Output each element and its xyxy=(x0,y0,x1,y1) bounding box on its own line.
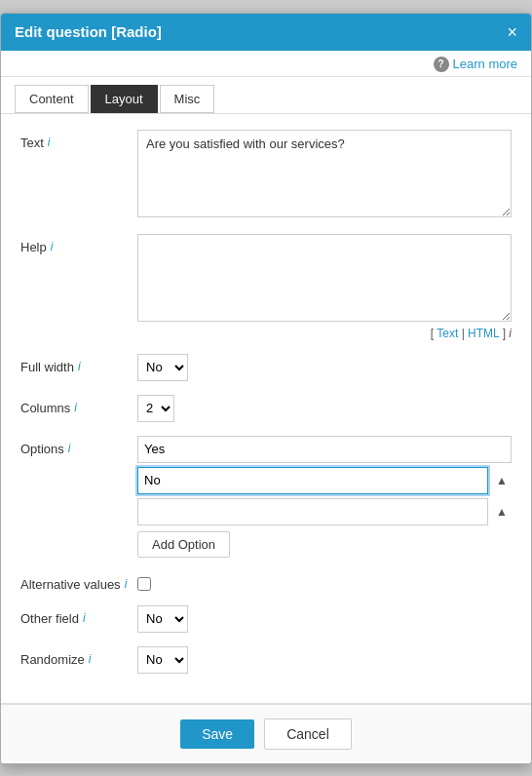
other-field-info-icon[interactable]: i xyxy=(83,611,86,625)
text-field-wrap: Are you satisfied with our services? xyxy=(137,130,512,220)
html-format-link[interactable]: HTML xyxy=(468,327,499,340)
options-list: ▲ ▲ xyxy=(137,436,512,525)
help-info-icon[interactable]: i xyxy=(51,240,54,253)
columns-info-icon[interactable]: i xyxy=(74,401,77,414)
randomize-label: Randomize i xyxy=(20,646,137,667)
tabs-bar: Content Layout Misc xyxy=(1,77,531,114)
modal-header: Edit question [Radio] × xyxy=(1,14,531,51)
cancel-button[interactable]: Cancel xyxy=(264,718,352,750)
alt-values-checkbox[interactable] xyxy=(137,577,151,591)
options-row: Options i ▲ ▲ Add Optio xyxy=(20,436,512,558)
learn-more-link[interactable]: ? Learn more xyxy=(434,57,517,72)
randomize-row: Randomize i No Yes xyxy=(20,646,512,674)
close-button[interactable]: × xyxy=(507,23,517,41)
option-input-1[interactable] xyxy=(137,436,512,463)
modal-subheader: ? Learn more xyxy=(1,51,531,77)
full-width-control: No Yes xyxy=(137,354,512,381)
options-label: Options i xyxy=(20,436,137,456)
columns-select[interactable]: 1 2 3 4 xyxy=(137,395,174,422)
option-input-3[interactable] xyxy=(137,498,488,525)
textarea-links: [ Text | HTML ] i xyxy=(137,327,512,340)
randomize-info-icon[interactable]: i xyxy=(89,652,92,666)
text-label: Text i xyxy=(20,130,137,150)
full-width-info-icon[interactable]: i xyxy=(78,360,81,373)
options-info-icon[interactable]: i xyxy=(68,442,71,455)
modal-title: Edit question [Radio] xyxy=(15,23,162,40)
tab-misc[interactable]: Misc xyxy=(160,85,215,113)
columns-row: Columns i 1 2 3 4 xyxy=(20,395,512,422)
format-info-icon[interactable]: i xyxy=(509,327,512,340)
option-row-3: ▲ xyxy=(137,498,512,525)
text-textarea[interactable]: Are you satisfied with our services? xyxy=(137,130,512,217)
learn-more-label: Learn more xyxy=(453,57,517,71)
option-arrow-3[interactable]: ▲ xyxy=(492,503,512,521)
text-format-link[interactable]: Text xyxy=(437,327,458,340)
save-button[interactable]: Save xyxy=(180,719,254,749)
help-textarea[interactable] xyxy=(137,234,512,322)
alt-values-info-icon[interactable]: i xyxy=(125,577,128,591)
option-input-2[interactable] xyxy=(137,467,488,494)
other-field-row: Other field i No Yes xyxy=(20,605,512,633)
tab-content[interactable]: Content xyxy=(15,85,89,113)
randomize-select[interactable]: No Yes xyxy=(137,646,188,674)
help-icon: ? xyxy=(434,57,449,72)
other-field-label: Other field i xyxy=(20,605,137,626)
text-row: Text i Are you satisfied with our servic… xyxy=(20,130,512,220)
option-row-1 xyxy=(137,436,512,463)
text-info-icon[interactable]: i xyxy=(48,136,51,149)
columns-control: 1 2 3 4 xyxy=(137,395,512,422)
modal-edit-question: Edit question [Radio] × ? Learn more Con… xyxy=(0,13,532,764)
modal-body: Text i Are you satisfied with our servic… xyxy=(1,114,531,703)
modal-footer: Save Cancel xyxy=(1,704,531,763)
options-control: ▲ ▲ Add Option xyxy=(137,436,512,558)
alt-values-label: Alternative values i xyxy=(20,571,137,592)
tab-layout[interactable]: Layout xyxy=(91,85,158,113)
columns-label: Columns i xyxy=(20,395,137,415)
help-field-wrap: [ Text | HTML ] i xyxy=(137,234,512,340)
alt-values-row: Alternative values i xyxy=(20,571,512,592)
option-arrow-2[interactable]: ▲ xyxy=(492,472,512,489)
other-field-select[interactable]: No Yes xyxy=(137,605,188,633)
option-row-2: ▲ xyxy=(137,467,512,494)
other-field-control: No Yes xyxy=(137,605,512,633)
help-row: Help i [ Text | HTML ] i xyxy=(20,234,512,340)
help-label: Help i xyxy=(20,234,137,254)
alt-values-control xyxy=(137,571,512,591)
full-width-select[interactable]: No Yes xyxy=(137,354,188,381)
randomize-control: No Yes xyxy=(137,646,512,674)
add-option-button[interactable]: Add Option xyxy=(137,531,230,558)
full-width-row: Full width i No Yes xyxy=(20,354,512,381)
full-width-label: Full width i xyxy=(20,354,137,374)
